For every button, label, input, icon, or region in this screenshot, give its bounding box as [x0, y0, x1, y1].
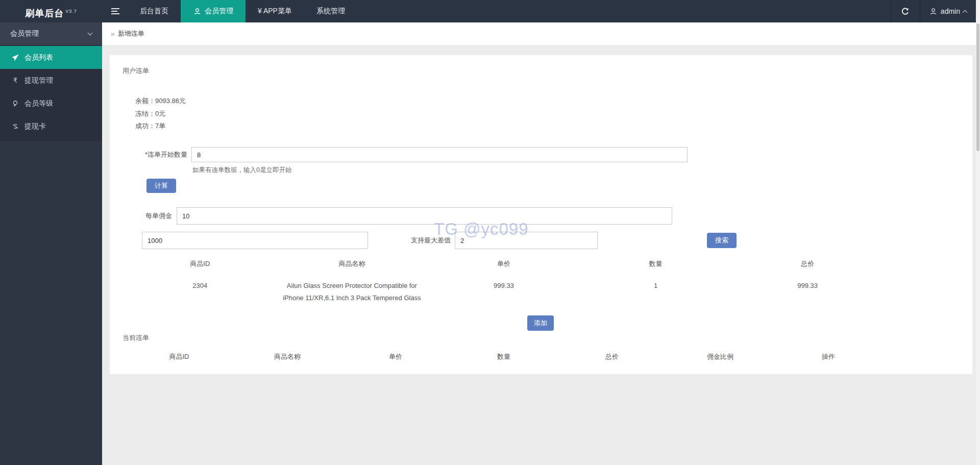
sidebar-item-label: 会员列表 — [24, 53, 53, 62]
nav-label: 后台首页 — [140, 7, 168, 16]
calculate-button[interactable]: 计算 — [146, 179, 176, 193]
nav-item-members[interactable]: 会员管理 — [181, 0, 246, 22]
col-header: 数量 — [450, 348, 558, 365]
hamburger-icon — [111, 11, 117, 12]
max-diff-label: 支持最大差值 — [385, 232, 451, 249]
col-header: 操作 — [774, 348, 883, 365]
top-nav: 后台首页 会员管理 ¥ APP菜单 系统管理 — [128, 0, 357, 22]
product-table-header: 商品ID 商品名称 单价 数量 总价 — [124, 255, 884, 273]
start-qty-help: 如果有连单数据，输入0是立即开始 — [192, 166, 291, 175]
scrollbar-thumb[interactable] — [976, 23, 979, 151]
order-panel: 用户连单 余额：9093.86元 冻结：0元 成功：7单 *连单开始数量 如果有… — [110, 55, 972, 374]
current-orders-table: 商品ID 商品名称 单价 数量 总价 佣金比例 操作 — [125, 348, 883, 365]
user-stats: 余额：9093.86元 冻结：0元 成功：7单 — [135, 95, 186, 133]
medal-icon — [11, 100, 19, 108]
start-qty-label: *连单开始数量 — [110, 147, 187, 162]
sidebar-group-members[interactable]: 会员管理 — [0, 22, 102, 45]
col-header: 商品名称 — [276, 255, 428, 273]
person-icon — [929, 7, 938, 15]
col-header: 总价 — [558, 348, 666, 365]
card-icon — [11, 123, 19, 131]
product-id-cell: 2304 — [124, 273, 276, 307]
refresh-button[interactable] — [891, 0, 920, 22]
success-stat: 成功：7单 — [135, 120, 186, 133]
page-scrollbar — [976, 0, 980, 465]
app-version: V3.7 — [65, 9, 77, 14]
paper-plane-icon — [11, 54, 19, 62]
nav-item-app-menu[interactable]: ¥ APP菜单 — [246, 0, 304, 22]
sidebar-item-member-level[interactable]: 会员等级 — [0, 92, 102, 115]
chevron-down-icon — [88, 31, 93, 36]
hamburger-icon — [111, 8, 119, 9]
start-qty-input[interactable] — [191, 147, 688, 162]
nav-label: 系统管理 — [316, 7, 345, 16]
breadcrumb-label: 新增连单 — [118, 29, 144, 38]
col-header: 商品名称 — [233, 348, 341, 365]
hamburger-icon — [111, 13, 119, 14]
frozen-stat: 冻结：0元 — [135, 108, 186, 120]
nav-item-home[interactable]: 后台首页 — [128, 0, 181, 22]
main-content: 用户连单 余额：9093.86元 冻结：0元 成功：7单 *连单开始数量 如果有… — [102, 45, 980, 465]
nav-label: 会员管理 — [205, 7, 233, 16]
product-name-cell: Ailun Glass Screen Protector Compatible … — [276, 273, 428, 307]
current-orders-title: 当前连单 — [122, 333, 149, 342]
person-icon — [193, 7, 201, 15]
breadcrumb: » 新增连单 — [102, 22, 980, 45]
col-header: 数量 — [580, 255, 732, 273]
col-header: 单价 — [341, 348, 450, 365]
topbar-right: admin — [891, 0, 976, 22]
username-label: admin — [941, 7, 960, 15]
sidebar-group-label: 会员管理 — [10, 29, 39, 38]
current-orders-header: 商品ID 商品名称 单价 数量 总价 佣金比例 操作 — [125, 348, 883, 365]
commission-label: 每单佣金 — [110, 207, 172, 225]
total-price-cell: 999.33 — [731, 273, 884, 307]
balance-stat: 余额：9093.86元 — [135, 95, 186, 108]
app-logo: 刷单后台V3.7 — [0, 0, 102, 22]
topbar: 刷单后台V3.7 后台首页 会员管理 ¥ APP菜单 系统管理 — [0, 0, 980, 22]
chevron-up-icon — [963, 10, 968, 15]
sidebar-submenu: 会员列表 ₹ 提现管理 会员等级 提现卡 — [0, 45, 102, 141]
quantity-cell: 1 — [580, 273, 732, 307]
breadcrumb-icon: » — [111, 30, 115, 38]
sidebar-item-label: 提现卡 — [24, 122, 46, 131]
panel-title: 用户连单 — [122, 66, 149, 76]
col-header: 商品ID — [124, 255, 276, 273]
commission-input[interactable] — [177, 207, 672, 225]
rupee-icon: ₹ — [11, 77, 19, 85]
sidebar: 会员管理 会员列表 ₹ 提现管理 会员等级 提现卡 — [0, 22, 102, 465]
product-table-row: 2304 Ailun Glass Screen Protector Compat… — [124, 273, 884, 307]
sidebar-item-withdraw-card[interactable]: 提现卡 — [0, 115, 102, 138]
nav-label: ¥ APP菜单 — [258, 7, 292, 16]
refresh-icon — [901, 7, 910, 16]
sidebar-item-label: 会员等级 — [24, 99, 53, 108]
col-header: 总价 — [731, 255, 884, 273]
sidebar-item-member-list[interactable]: 会员列表 — [0, 46, 102, 69]
user-menu[interactable]: admin — [920, 0, 976, 22]
nav-item-system[interactable]: 系统管理 — [304, 0, 357, 22]
sidebar-item-label: 提现管理 — [24, 76, 53, 85]
app-title: 刷单后台 — [25, 8, 64, 18]
col-header: 单价 — [428, 255, 580, 273]
unit-price-cell: 999.33 — [428, 273, 580, 307]
col-header: 商品ID — [125, 348, 233, 365]
product-table: 商品ID 商品名称 单价 数量 总价 2304 Ailun Glass Scre… — [124, 255, 884, 307]
sidebar-toggle-button[interactable] — [104, 0, 127, 22]
max-diff-input[interactable] — [455, 232, 598, 249]
price-input[interactable] — [142, 232, 368, 249]
add-button[interactable]: 添加 — [527, 315, 554, 331]
sidebar-item-withdraw-manage[interactable]: ₹ 提现管理 — [0, 69, 102, 92]
col-header: 佣金比例 — [666, 348, 774, 365]
search-button[interactable]: 搜索 — [707, 233, 737, 248]
